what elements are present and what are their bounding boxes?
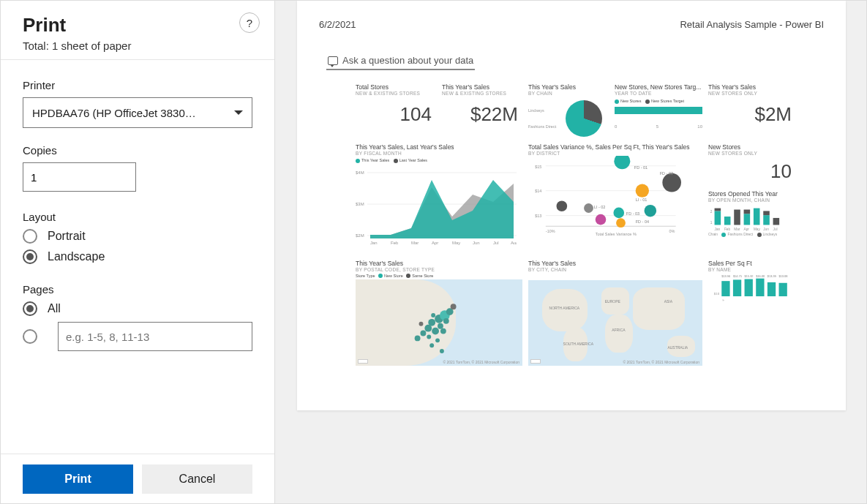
- svg-text:$13: $13: [535, 214, 541, 218]
- pages-range-input[interactable]: [58, 322, 252, 351]
- tile-bubble-chart: Total Sales Variance %, Sales Per Sq Ft,…: [528, 143, 702, 257]
- svg-marker-7: [370, 180, 514, 238]
- pages-custom-radio[interactable]: [23, 322, 252, 351]
- svg-rect-87: [745, 279, 753, 296]
- svg-text:Jul: Jul: [773, 227, 778, 231]
- svg-rect-49: [763, 211, 770, 215]
- svg-rect-47: [754, 208, 760, 225]
- svg-rect-45: [744, 214, 751, 225]
- svg-point-76: [429, 344, 434, 348]
- print-panel: Print Total: 1 sheet of paper ? Printer …: [1, 1, 275, 503]
- svg-rect-42: [715, 208, 721, 211]
- donut-chart: [566, 100, 602, 137]
- svg-point-29: [557, 200, 568, 211]
- svg-text:LI - 01: LI - 01: [636, 198, 648, 202]
- svg-rect-41: [715, 211, 721, 225]
- svg-text:$3M: $3M: [356, 202, 364, 206]
- portrait-label: Portrait: [48, 230, 86, 243]
- svg-text:$15: $15: [535, 165, 541, 169]
- svg-rect-46: [744, 210, 751, 214]
- tile-total-stores: Total Stores NEW & EXISTING STORES 104: [356, 83, 436, 140]
- print-button[interactable]: Print: [23, 464, 133, 494]
- svg-rect-50: [773, 218, 780, 225]
- preview-date: 6/2/2021: [319, 19, 356, 30]
- svg-point-66: [432, 328, 439, 335]
- svg-text:$16.00: $16.00: [756, 274, 765, 278]
- cancel-button[interactable]: Cancel: [142, 464, 252, 494]
- panel-subtitle: Total: 1 sheet of paper: [23, 40, 252, 52]
- svg-point-35: [596, 214, 607, 225]
- pages-all-radio[interactable]: All: [23, 301, 252, 316]
- svg-text:$2M: $2M: [356, 233, 364, 238]
- radio-icon: [23, 249, 37, 264]
- svg-text:FD - 01: FD - 01: [634, 165, 648, 170]
- opened-chart: JanFebMarAprMayJunJul 1 2: [708, 203, 796, 232]
- pages-all-label: All: [48, 302, 61, 315]
- help-icon: ?: [247, 17, 252, 29]
- svg-text:$13.39: $13.39: [767, 274, 776, 278]
- svg-point-25: [662, 173, 681, 192]
- pages-label: Pages: [23, 283, 252, 296]
- printer-label: Printer: [23, 79, 252, 91]
- svg-point-30: [584, 203, 593, 213]
- svg-rect-88: [756, 279, 764, 296]
- tile-ty-sales: This Year's Sales NEW & EXISTING STORES …: [442, 83, 522, 140]
- map-us: © 2021 TomTom, © 2021 Microsoft Corporat…: [356, 279, 522, 366]
- svg-text:May: May: [452, 241, 460, 245]
- svg-text:Jan: Jan: [715, 227, 721, 231]
- chat-icon: [328, 56, 338, 65]
- svg-text:May: May: [754, 227, 761, 231]
- printer-dropdown[interactable]: HPDBAA76 (HP OfficeJet 3830…: [23, 97, 252, 128]
- svg-text:$13.96: $13.96: [721, 274, 730, 278]
- svg-text:FD - 03: FD - 03: [626, 211, 639, 216]
- svg-point-69: [415, 336, 421, 342]
- svg-point-62: [424, 325, 432, 332]
- svg-point-27: [636, 184, 649, 198]
- tile-sqft: Sales Per Sq Ft BY NAME $10 $13.96$14.75…: [708, 260, 796, 366]
- map-world: NORTH AMERICA EUROPE ASIA AFRICA SOUTH A…: [528, 280, 702, 366]
- landscape-label: Landscape: [48, 250, 105, 263]
- svg-text:FD - 04: FD - 04: [636, 219, 649, 224]
- preview-title: Retail Analysis Sample - Power BI: [680, 19, 824, 30]
- copies-input[interactable]: [23, 162, 136, 192]
- tile-sales-by-chain: This Year's Sales BY CHAIN Lindseys Fash…: [528, 83, 609, 140]
- svg-text:Mar: Mar: [411, 241, 419, 245]
- tile-new-stores-target: New Stores, New Stores Targ... YEAR TO D…: [615, 83, 702, 140]
- svg-text:$13.08: $13.08: [779, 274, 788, 278]
- svg-text:Apr: Apr: [432, 241, 438, 245]
- svg-text:Apr: Apr: [744, 227, 750, 231]
- svg-text:Jun: Jun: [763, 227, 769, 231]
- svg-text:$14: $14: [535, 189, 541, 193]
- svg-rect-48: [763, 215, 770, 225]
- svg-text:Feb: Feb: [391, 241, 399, 245]
- svg-text:$10: $10: [714, 292, 720, 296]
- help-button[interactable]: ?: [239, 12, 260, 33]
- svg-text:LI - 02: LI - 02: [594, 205, 606, 209]
- svg-rect-85: [721, 281, 729, 296]
- svg-point-72: [419, 322, 424, 326]
- bubble-chart: $15 $14 $13 FD - 01 FD - 02 LI - 01 LI -: [528, 156, 689, 236]
- preview-scroll[interactable]: 6/2/2021 Retail Analysis Sample - Power …: [275, 1, 866, 503]
- layout-portrait-radio[interactable]: Portrait: [23, 229, 252, 244]
- svg-point-32: [613, 208, 624, 219]
- ytd-bar: [615, 107, 702, 114]
- chevron-down-icon: [234, 110, 243, 115]
- svg-point-70: [427, 335, 431, 339]
- printer-value: HPDBAA76 (HP OfficeJet 3830…: [32, 107, 196, 119]
- layout-landscape-radio[interactable]: Landscape: [23, 249, 252, 264]
- svg-text:$15.32: $15.32: [745, 274, 754, 278]
- svg-text:-10%: -10%: [546, 229, 555, 233]
- svg-text:Total Sales Variance %: Total Sales Variance %: [596, 232, 637, 236]
- svg-point-68: [451, 304, 457, 310]
- svg-point-73: [431, 313, 435, 317]
- tile-ty-sales-new: This Year's Sales NEW STORES ONLY $2M: [708, 83, 796, 140]
- preview-page: 6/2/2021 Retail Analysis Sample - Power …: [297, 1, 846, 410]
- svg-point-67: [438, 323, 443, 329]
- svg-text:Aug: Aug: [511, 241, 517, 245]
- svg-point-71: [443, 318, 449, 324]
- svg-text:Jan: Jan: [370, 241, 378, 245]
- copies-label: Copies: [23, 144, 252, 157]
- qa-box: Ask a question about your data: [326, 52, 475, 70]
- svg-text:Feb: Feb: [724, 227, 731, 231]
- svg-rect-90: [779, 283, 787, 296]
